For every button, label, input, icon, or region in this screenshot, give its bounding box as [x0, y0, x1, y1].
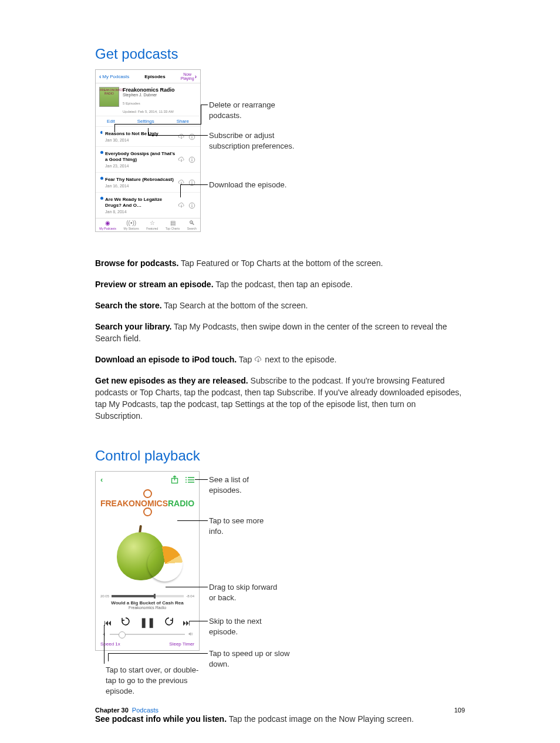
logo-ring-icon [143, 489, 152, 498]
heading-get-podcasts: Get podcasts [95, 46, 465, 62]
p-search-store-b: Search the store. [95, 301, 162, 310]
svg-rect-8 [191, 182, 192, 184]
svg-point-7 [191, 181, 192, 181]
p-browse-b: Browse for podcasts. [95, 258, 178, 268]
logo-text-b: RADIO [168, 499, 194, 508]
callout-speed: Tap to speed up or slow down. [209, 648, 291, 670]
search-icon: 🔍︎ [189, 220, 195, 226]
star-icon: ☆ [150, 220, 155, 226]
share-icon[interactable] [171, 475, 178, 484]
now-playing-button[interactable]: Now Playing › [181, 72, 197, 80]
footer-chapter: Chapter 30 [95, 707, 129, 714]
unplayed-dot-icon [100, 131, 103, 134]
stations-icon: ((•)) [126, 220, 136, 226]
logo-text-a: FREAKONOMICS [100, 499, 168, 508]
info-icon[interactable] [188, 202, 195, 209]
footer-page-number: 109 [454, 707, 465, 714]
download-icon[interactable] [178, 156, 185, 163]
info-icon[interactable] [188, 156, 195, 163]
callout-delete: Delete or rearrange podcasts. [209, 100, 303, 121]
episode-title: Fear Thy Nature (Rebroadcast) [105, 177, 174, 183]
callout-list: See a list of episodes. [209, 475, 274, 496]
p-preview-b: Preview or stream an episode. [95, 280, 214, 289]
now-playing-subtitle: Freakonomics Radio [96, 606, 199, 613]
episode-title: Reasons to Not Be Ugly [105, 131, 158, 137]
volume-slider[interactable]: 🔈︎ 🔊︎ [96, 630, 199, 639]
now-playing-label: Now Playing [181, 72, 194, 80]
episode-artwork[interactable] [112, 520, 183, 590]
charts-icon: ▤ [170, 220, 176, 226]
svg-rect-11 [191, 205, 192, 207]
cloud-download-icon [254, 356, 262, 363]
updated-label: Updated: Feb 5, 2014, 11:33 AM [123, 110, 175, 113]
info-icon[interactable] [188, 133, 195, 140]
back-button[interactable]: ‹ [100, 475, 103, 484]
back-button[interactable]: ‹ My Podcasts [99, 73, 129, 80]
podcast-logo: FREAKONOMICSRADIO [96, 488, 199, 518]
download-icon[interactable] [178, 202, 185, 209]
episode-row[interactable]: Everybody Gossips (and That's a Good Thi… [96, 147, 200, 173]
settings-button[interactable]: Settings [137, 119, 154, 124]
time-elapsed: 20:05 [100, 594, 109, 598]
svg-point-17 [185, 479, 187, 480]
callout-startover: Tap to start over, or double-tap to go t… [106, 665, 200, 697]
podcast-artwork[interactable]: FREAKONOMICS RADIO [99, 87, 119, 107]
pause-button[interactable]: ❚❚ [140, 617, 155, 628]
svg-point-18 [185, 482, 187, 483]
sleep-timer-button[interactable]: Sleep Timer [169, 641, 194, 647]
p-download-c: next to the episode. [265, 355, 336, 364]
edit-button[interactable]: Edit [107, 119, 115, 124]
previous-button[interactable]: ⏮ [104, 618, 112, 627]
tab-search[interactable]: 🔍︎Search [187, 220, 197, 230]
callout-info: Tap to see more info. [209, 516, 274, 537]
callout-drag: Drag to skip forward or back. [209, 582, 285, 603]
episode-date: Jan 8, 2014 [105, 210, 176, 214]
p-browse: Tap Featured or Top Charts at the bottom… [178, 258, 383, 268]
callout-skip: Skip to the next episode. [209, 616, 285, 637]
list-icon[interactable] [185, 476, 194, 483]
episode-row[interactable]: Are We Ready to Legalize Drugs? And O… J… [96, 193, 200, 218]
logo-ring-icon [143, 507, 152, 516]
device-screenshot-2: ‹ FREAKONOMICSRADIO 20:05 -8:04 Would a … [95, 471, 200, 651]
download-icon[interactable] [178, 133, 185, 140]
unplayed-dot-icon [100, 151, 103, 154]
page-footer: Chapter 30Podcasts 109 [95, 707, 465, 714]
chevron-left-icon: ‹ [99, 73, 101, 80]
unplayed-dot-icon [100, 197, 103, 200]
p-download-b: Download an episode to iPod touch. [95, 355, 237, 364]
scrubber[interactable]: 20:05 -8:04 [96, 593, 199, 599]
episode-row[interactable]: Fear Thy Nature (Rebroadcast) Jan 16, 20… [96, 173, 200, 193]
tab-my-stations[interactable]: ((•))My Stations [124, 220, 139, 230]
figure-episodes-screen: ‹ My Podcasts Episodes Now Playing › FRE… [95, 69, 465, 244]
episode-date: Jan 23, 2014 [105, 164, 176, 168]
tab-top-charts[interactable]: ▤Top Charts [166, 220, 180, 230]
body-text-2: See podcast info while you listen. Tap t… [95, 713, 465, 725]
nav-title: Episodes [144, 74, 166, 79]
tab-featured[interactable]: ☆Featured [146, 220, 158, 230]
callout-download: Download the episode. [209, 180, 303, 190]
p-search-lib-b: Search your library. [95, 322, 171, 331]
time-remaining: -8:04 [186, 594, 194, 598]
svg-point-16 [185, 477, 187, 478]
svg-point-4 [191, 158, 192, 159]
share-button[interactable]: Share [177, 119, 189, 124]
next-button[interactable]: ⏭ [183, 618, 191, 627]
episode-title: Everybody Gossips (and That's a Good Thi… [105, 151, 176, 163]
replay-15-icon[interactable] [121, 617, 130, 628]
tab-my-podcasts[interactable]: ◉My Podcasts [99, 220, 116, 230]
chevron-right-icon: › [195, 75, 197, 79]
forward-15-icon[interactable] [164, 617, 174, 628]
p-getnew-b: Get new episodes as they are released. [95, 376, 248, 385]
podcasts-icon: ◉ [105, 220, 110, 226]
podcast-author: Stephen J. Dubner [123, 93, 175, 97]
svg-point-10 [191, 204, 192, 204]
svg-rect-2 [191, 136, 192, 139]
heading-control-playback: Control playback [95, 448, 465, 464]
volume-high-icon: 🔊︎ [188, 631, 193, 637]
callout-subscribe: Subscribe or adjust subscription prefere… [209, 130, 303, 152]
episode-count: 5 Episodes [123, 102, 175, 105]
episode-date: Jan 16, 2014 [105, 184, 174, 188]
p-search-store: Tap Search at the bottom of the screen. [162, 301, 308, 310]
episode-title: Are We Ready to Legalize Drugs? And O… [105, 197, 176, 209]
now-playing-title: Would a Big Bucket of Cash Rea [96, 599, 199, 606]
